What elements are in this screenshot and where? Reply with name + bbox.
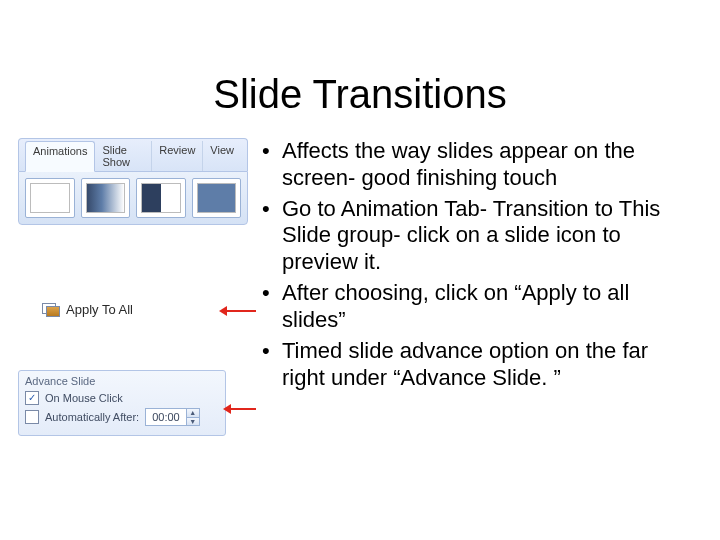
transition-thumb-fade[interactable] [81,178,131,218]
page-title: Slide Transitions [0,72,720,117]
transition-gallery [18,171,248,225]
arrow-icon [222,310,256,312]
transition-thumb-none[interactable] [25,178,75,218]
tab-slide-show[interactable]: Slide Show [95,141,152,171]
automatically-after-label: Automatically After: [45,411,139,423]
advance-slide-title: Advance Slide [25,375,219,387]
list-item: After choosing, click on “Apply to all s… [262,280,692,334]
apply-to-all-label: Apply To All [66,302,133,317]
on-mouse-click-label: On Mouse Click [45,392,123,404]
spinner-down-icon[interactable]: ▼ [187,418,199,426]
spinner-up-icon[interactable]: ▲ [187,409,199,418]
transition-thumb-fly[interactable] [192,178,242,218]
transition-thumb-wipe[interactable] [136,178,186,218]
tab-view[interactable]: View [203,141,241,171]
arrow-icon [226,408,256,410]
on-mouse-click-checkbox[interactable]: ✓ [25,391,39,405]
list-item: Go to Animation Tab- Transition to This … [262,196,692,276]
ribbon-transitions-gallery: Animations Slide Show Review View [18,138,248,225]
automatically-after-checkbox[interactable] [25,410,39,424]
automatically-after-spinner[interactable]: 00:00 ▲ ▼ [145,408,200,426]
list-item: Timed slide advance option on the far ri… [262,338,692,392]
automatically-after-value: 00:00 [146,409,186,425]
bullet-list: Affects the way slides appear on the scr… [262,138,692,395]
advance-slide-group: Advance Slide ✓ On Mouse Click Automatic… [18,370,226,436]
tab-review[interactable]: Review [152,141,203,171]
apply-to-all-icon [42,303,60,317]
ribbon-tabs: Animations Slide Show Review View [18,138,248,171]
apply-to-all-button[interactable]: Apply To All [42,302,133,317]
list-item: Affects the way slides appear on the scr… [262,138,692,192]
tab-animations[interactable]: Animations [25,141,95,172]
